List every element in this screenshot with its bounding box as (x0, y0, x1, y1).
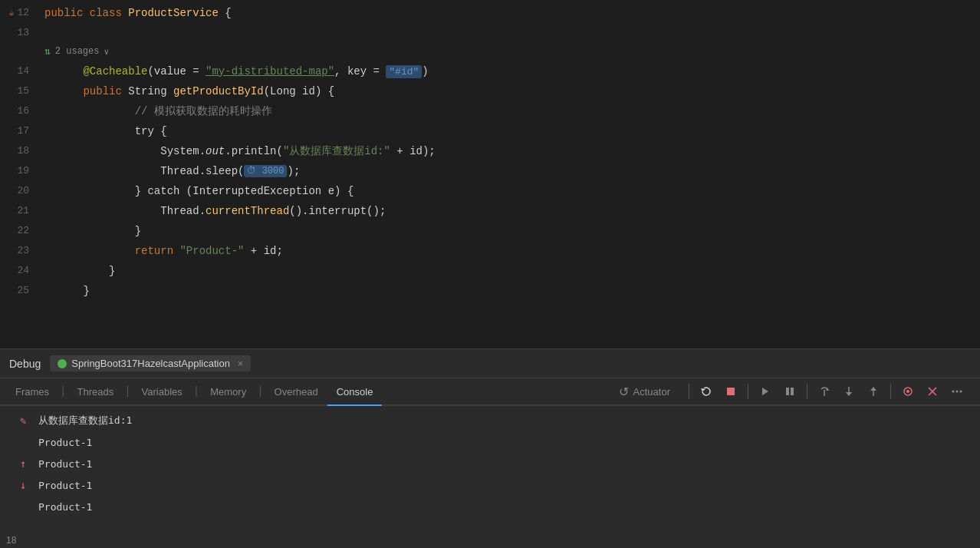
step-into-button[interactable] (838, 381, 860, 402)
tab-sep-4: | (255, 385, 265, 398)
code-line-13: 13 (0, 23, 980, 43)
actuator-refresh-icon: ↺ (619, 385, 629, 399)
svg-rect-3 (791, 388, 794, 395)
line-number-16: 16 (0, 101, 38, 121)
svg-marker-1 (762, 388, 768, 395)
console-text-4: Product-1 (38, 480, 92, 491)
actuator-tab[interactable]: ↺ Actuator (610, 385, 679, 399)
bottom-status-bar: 18 (0, 533, 980, 548)
code-line-24: 24 } (0, 261, 980, 281)
debug-header: Debug SpringBoot317HazelcastApplication … (0, 349, 980, 378)
more-button[interactable] (946, 381, 968, 402)
tab-memory[interactable]: Memory (201, 378, 255, 406)
resume-button[interactable] (755, 381, 776, 402)
code-line-25: 25 } (0, 281, 980, 301)
line-number-18: 18 (0, 141, 38, 161)
svg-marker-7 (846, 392, 852, 396)
toolbar-sep-3 (807, 384, 807, 399)
line-number-20: 20 (0, 181, 38, 201)
no-icon-2 (15, 434, 31, 450)
session-close-button[interactable]: × (238, 358, 243, 369)
line-number-22: 22 (0, 221, 38, 241)
step-out-button[interactable] (863, 381, 884, 402)
console-row-4: ↓ Product-1 (38, 475, 980, 495)
bottom-panel: Debug SpringBoot317HazelcastApplication … (0, 348, 980, 548)
session-status-dot (58, 359, 67, 368)
tab-overhead[interactable]: Overhead (265, 378, 327, 406)
line-number-21: 21 (0, 201, 38, 221)
session-tab[interactable]: SpringBoot317HazelcastApplication × (50, 355, 251, 371)
tab-console[interactable]: Console (327, 378, 383, 406)
svg-point-11 (906, 390, 909, 393)
code-content-25: } (38, 261, 90, 321)
line-number-23: 23 (0, 241, 38, 261)
tab-sep-3: | (192, 385, 201, 398)
console-row-2: Product-1 (38, 432, 980, 452)
tab-sep-2: | (123, 385, 132, 398)
svg-point-12 (952, 391, 955, 393)
toolbar-sep-1 (689, 384, 689, 399)
edit-icon: ✎ (15, 413, 31, 428)
line-number-13: 13 (0, 23, 38, 43)
debug-title: Debug (9, 358, 41, 370)
up-arrow-icon: ↑ (15, 456, 31, 471)
toolbar-sep-4 (890, 384, 891, 399)
console-text-1: 从数据库查数据id:1 (38, 414, 132, 428)
svg-rect-2 (786, 388, 789, 395)
code-editor: ☕ 12 public class ProductService { 13 ⇅ … (0, 0, 980, 348)
down-arrow-icon: ↓ (15, 477, 31, 493)
code-line-21: 21 Thread.currentThread().interrupt(); (0, 201, 980, 221)
step-over-button[interactable] (814, 381, 835, 402)
tab-threads[interactable]: Threads (67, 378, 123, 406)
no-icon-5 (15, 499, 31, 514)
code-line-12: ☕ 12 public class ProductService { (0, 3, 980, 23)
line-number-24: 24 (0, 261, 38, 281)
rerun-button[interactable] (696, 381, 717, 402)
console-text-5: Product-1 (38, 501, 92, 513)
svg-rect-0 (727, 388, 735, 395)
stop-button[interactable] (720, 381, 742, 402)
console-output: ✎ 从数据库查数据id:1 Product-1 ↑ Product-1 ↓ Pr… (0, 406, 980, 533)
tab-sep-1: | (58, 385, 67, 398)
code-line-23: 23 return "Product-" + id; (0, 241, 980, 261)
tab-frames[interactable]: Frames (6, 378, 58, 406)
svg-point-13 (956, 391, 959, 393)
tabs-bar: Frames | Threads | Variables | Memory | … (0, 378, 980, 406)
evaluate-button[interactable] (922, 381, 943, 402)
console-row-1: ✎ 从数据库查数据id:1 (38, 411, 980, 431)
run-to-cursor-button[interactable] (897, 381, 919, 402)
line-number-14: 14 (0, 61, 38, 81)
console-row-3: ↑ Product-1 (38, 454, 980, 474)
line-number-19: 19 (0, 161, 38, 181)
svg-marker-9 (870, 387, 876, 391)
line-number-15: 15 (0, 81, 38, 101)
bean-icon: ☕ (8, 3, 14, 23)
tab-variables[interactable]: Variables (133, 378, 192, 406)
actuator-label: Actuator (633, 386, 670, 398)
toolbar-buttons (679, 381, 974, 402)
line-number-25: 25 (0, 281, 38, 301)
svg-point-14 (960, 391, 962, 393)
code-content-12: public class ProductService { (38, 3, 232, 23)
line-number-12: ☕ 12 (0, 3, 38, 23)
pause-button[interactable] (779, 381, 801, 402)
console-text-2: Product-1 (38, 437, 92, 448)
bottom-line-number: 18 (6, 535, 16, 546)
session-name: SpringBoot317HazelcastApplication (71, 358, 230, 369)
console-text-3: Product-1 (38, 458, 92, 470)
toolbar-sep-2 (748, 384, 748, 399)
console-row-5: Product-1 (38, 497, 980, 517)
line-number-17: 17 (0, 121, 38, 141)
